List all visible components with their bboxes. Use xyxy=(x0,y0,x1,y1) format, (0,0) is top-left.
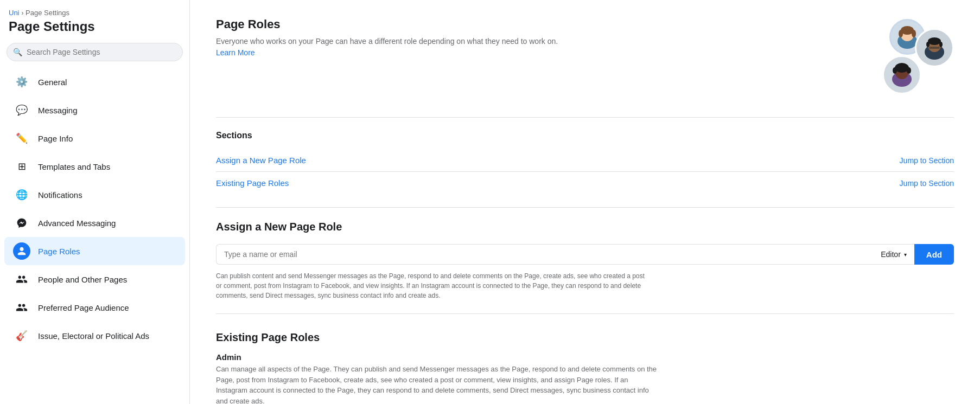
sidebar-label-messaging: Messaging xyxy=(38,106,78,115)
page-roles-description: Everyone who works on your Page can have… xyxy=(216,36,558,59)
search-input[interactable] xyxy=(7,43,183,61)
existing-roles-heading: Existing Page Roles xyxy=(216,331,954,344)
search-bar: 🔍 xyxy=(7,43,183,61)
avatar-3 xyxy=(882,55,921,94)
section-link-row-assign: Assign a New Page Role Jump to Section xyxy=(216,149,954,172)
sidebar-label-notifications: Notifications xyxy=(38,190,82,200)
sidebar-label-page-info: Page Info xyxy=(38,134,73,143)
sidebar-label-preferred-audience: Preferred Page Audience xyxy=(38,303,129,312)
sidebar-item-page-info[interactable]: ✏️ Page Info xyxy=(4,124,185,152)
svg-point-5 xyxy=(912,30,916,37)
avatar-2 xyxy=(915,28,954,67)
page-roles-header: Page Roles Everyone who works on your Pa… xyxy=(216,17,954,104)
sidebar-item-preferred-audience[interactable]: Preferred Page Audience xyxy=(4,293,185,322)
sidebar-label-people-other-pages: People and Other Pages xyxy=(38,275,127,284)
caret-icon: ▾ xyxy=(904,252,907,258)
jump-to-existing[interactable]: Jump to Section xyxy=(900,179,954,188)
role-description: Can publish content and send Messenger m… xyxy=(216,271,650,300)
avatars-group xyxy=(856,17,954,104)
content-area: Page Roles Everyone who works on your Pa… xyxy=(190,0,980,404)
section-link-row-existing: Existing Page Roles Jump to Section xyxy=(216,172,954,194)
role-assign-row: Editor ▾ Add xyxy=(216,244,954,265)
sidebar-label-page-roles: Page Roles xyxy=(38,247,80,256)
page-roles-title: Page Roles xyxy=(216,17,558,31)
search-icon: 🔍 xyxy=(13,48,22,56)
breadcrumb: Uni › Page Settings xyxy=(0,0,189,19)
svg-point-11 xyxy=(939,42,943,47)
page-title: Page Settings xyxy=(0,19,189,43)
people-icon xyxy=(13,271,30,288)
sections-block: Sections Assign a New Page Role Jump to … xyxy=(216,131,954,194)
svg-point-9 xyxy=(928,37,941,45)
role-select-button[interactable]: Editor ▾ xyxy=(873,244,914,265)
grid-icon: ⊞ xyxy=(13,158,30,175)
sections-title: Sections xyxy=(216,131,954,140)
breadcrumb-separator: › xyxy=(21,9,26,17)
assign-section-heading: Assign a New Page Role xyxy=(216,221,954,233)
breadcrumb-parent-link[interactable]: Uni xyxy=(9,9,20,17)
sidebar-item-messaging[interactable]: 💬 Messaging xyxy=(4,96,185,124)
globe-icon: 🌐 xyxy=(13,186,30,203)
role-name-email-input[interactable] xyxy=(216,244,873,265)
sidebar-nav: ⚙️ General 💬 Messaging ✏️ Page Info ⊞ Te… xyxy=(0,68,189,350)
svg-point-18 xyxy=(907,67,911,74)
svg-point-4 xyxy=(899,30,903,37)
ads-icon: 🎸 xyxy=(13,327,30,344)
messenger-icon xyxy=(13,214,30,232)
sidebar-label-issue-electoral: Issue, Electoral or Political Ads xyxy=(38,331,149,341)
divider-3 xyxy=(216,313,954,314)
chat-icon: 💬 xyxy=(13,101,30,119)
existing-roles-section: Existing Page Roles Admin Can manage all… xyxy=(216,331,954,404)
admin-role-description: Can manage all aspects of the Page. They… xyxy=(216,364,661,404)
page-roles-title-area: Page Roles Everyone who works on your Pa… xyxy=(216,17,558,59)
jump-to-assign[interactable]: Jump to Section xyxy=(900,156,954,165)
sidebar-label-templates-tabs: Templates and Tabs xyxy=(38,162,110,171)
svg-point-17 xyxy=(893,67,897,74)
sidebar-item-notifications[interactable]: 🌐 Notifications xyxy=(4,181,185,209)
add-role-button[interactable]: Add xyxy=(914,244,954,265)
admin-role-label: Admin xyxy=(216,352,954,362)
learn-more-link[interactable]: Learn More xyxy=(216,48,255,57)
audience-icon xyxy=(13,299,30,316)
pencil-icon: ✏️ xyxy=(13,130,30,147)
gear-icon: ⚙️ xyxy=(13,73,30,91)
sidebar-item-page-roles[interactable]: Page Roles xyxy=(4,237,185,265)
divider-2 xyxy=(216,207,954,208)
main-content: Page Roles Everyone who works on your Pa… xyxy=(190,0,980,404)
sidebar-label-general: General xyxy=(38,78,67,87)
assign-section-link[interactable]: Assign a New Page Role xyxy=(216,156,306,165)
assign-new-role-section: Assign a New Page Role Editor ▾ Add Can … xyxy=(216,221,954,300)
breadcrumb-current: Page Settings xyxy=(26,9,69,17)
person-icon xyxy=(13,242,30,260)
admin-role-block: Admin Can manage all aspects of the Page… xyxy=(216,352,954,404)
sidebar-label-advanced-messaging: Advanced Messaging xyxy=(38,219,116,228)
svg-rect-12 xyxy=(929,47,940,49)
sidebar-item-templates-tabs[interactable]: ⊞ Templates and Tabs xyxy=(4,152,185,181)
existing-section-link[interactable]: Existing Page Roles xyxy=(216,178,289,188)
sidebar: Uni › Page Settings Page Settings 🔍 ⚙️ G… xyxy=(0,0,190,404)
svg-point-10 xyxy=(926,42,930,47)
sidebar-item-general[interactable]: ⚙️ General xyxy=(4,68,185,96)
role-select-label: Editor xyxy=(881,250,901,259)
divider-1 xyxy=(216,117,954,118)
sidebar-item-issue-electoral[interactable]: 🎸 Issue, Electoral or Political Ads xyxy=(4,322,185,350)
sidebar-item-people-other-pages[interactable]: People and Other Pages xyxy=(4,265,185,293)
sidebar-item-advanced-messaging[interactable]: Advanced Messaging xyxy=(4,209,185,237)
